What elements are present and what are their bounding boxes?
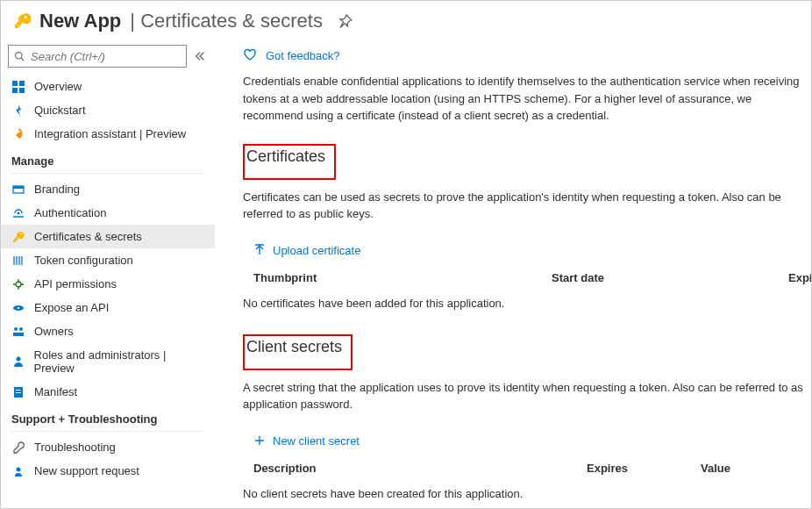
sidebar-item-integration-assistant[interactable]: Integration assistant | Preview: [1, 122, 215, 146]
sidebar-item-label: Expose an API: [34, 301, 109, 314]
quickstart-icon: [11, 104, 25, 117]
new-client-secret-label: New client secret: [273, 434, 360, 448]
sidebar-item-api-permissions[interactable]: API permissions: [1, 272, 215, 296]
divider: [11, 431, 204, 432]
sidebar-section-manage: Manage: [1, 146, 215, 171]
search-input[interactable]: [31, 50, 181, 63]
sidebar-item-roles-admins[interactable]: Roles and administrators | Preview: [1, 343, 215, 380]
svg-point-19: [17, 467, 21, 471]
token-icon: [11, 254, 25, 267]
heart-icon: [243, 48, 257, 62]
main-content: Got feedback? Credentials enable confide…: [218, 45, 811, 506]
sidebar-item-label: Integration assistant | Preview: [34, 127, 186, 140]
sidebar-item-label: Troubleshooting: [34, 441, 116, 454]
sidebar-item-manifest[interactable]: Manifest: [1, 380, 215, 404]
roles-icon: [11, 355, 25, 368]
plus-icon: [253, 434, 266, 447]
svg-rect-4: [12, 88, 18, 93]
svg-rect-3: [19, 81, 25, 86]
sidebar-item-authentication[interactable]: Authentication: [1, 201, 215, 225]
sidebar-item-label: Certificates & secrets: [34, 230, 142, 243]
search-icon: [14, 51, 25, 62]
key-icon: [11, 231, 25, 243]
intro-text: Credentials enable confidential applicat…: [243, 73, 811, 125]
sidebar-item-label: Roles and administrators | Preview: [34, 348, 204, 375]
new-client-secret-button[interactable]: New client secret: [243, 429, 811, 456]
svg-rect-5: [19, 88, 25, 93]
svg-point-0: [16, 52, 22, 58]
sidebar-item-overview[interactable]: Overview: [1, 75, 215, 98]
svg-point-9: [18, 211, 20, 214]
certificates-heading-highlight: Certificates: [243, 144, 336, 180]
certificates-table-header: Thumbprint Start date Expires: [243, 266, 811, 291]
pin-icon[interactable]: [338, 14, 353, 28]
rocket-icon: [11, 128, 25, 140]
branding-icon: [11, 183, 25, 196]
sidebar-item-quickstart[interactable]: Quickstart: [1, 98, 215, 122]
search-box[interactable]: [8, 45, 187, 68]
manifest-icon: [11, 386, 25, 398]
client-secrets-heading-highlight: Client secrets: [243, 334, 353, 370]
col-expires: Expires: [587, 462, 701, 475]
svg-point-12: [14, 327, 18, 331]
grid-icon: [11, 81, 25, 93]
key-icon: [13, 12, 31, 30]
certificates-desc: Certificates can be used as secrets to p…: [243, 189, 811, 223]
client-secrets-desc: A secret string that the application use…: [243, 379, 811, 413]
sidebar-item-label: Manifest: [34, 385, 77, 398]
svg-rect-2: [12, 81, 18, 86]
sidebar: Overview Quickstart Integration assistan…: [1, 45, 218, 506]
sidebar-item-label: Authentication: [34, 206, 106, 219]
upload-icon: [253, 244, 266, 256]
secrets-empty: No client secrets have been created for …: [243, 482, 811, 507]
col-start-date: Start date: [552, 271, 788, 284]
page-header: New App | Certificates & secrets: [1, 1, 811, 45]
certificates-heading: Certificates: [246, 147, 325, 166]
svg-point-10: [16, 282, 21, 287]
svg-line-1: [21, 58, 24, 61]
feedback-label: Got feedback?: [266, 49, 340, 62]
sidebar-item-new-support-request[interactable]: New support request: [1, 459, 215, 483]
certificates-empty: No certificates have been added for this…: [243, 291, 811, 334]
support-icon: [11, 465, 25, 477]
sidebar-item-label: Owners: [34, 325, 74, 338]
sidebar-item-label: Token configuration: [34, 254, 133, 267]
svg-point-6: [18, 131, 20, 133]
sidebar-section-support: Support + Troubleshooting: [1, 404, 215, 429]
owners-icon: [11, 326, 25, 338]
svg-point-15: [16, 357, 20, 362]
col-thumbprint: Thumbprint: [253, 271, 552, 284]
sidebar-item-label: API permissions: [34, 277, 117, 290]
svg-rect-17: [16, 390, 21, 391]
col-value: Value: [701, 462, 801, 475]
client-secrets-heading: Client secrets: [246, 338, 342, 356]
api-perm-icon: [11, 278, 25, 290]
expose-icon: [11, 302, 25, 314]
upload-certificate-button[interactable]: Upload certificate: [243, 239, 811, 266]
sidebar-item-branding[interactable]: Branding: [1, 177, 215, 201]
app-name: New App: [39, 10, 121, 32]
wrench-icon: [11, 441, 25, 454]
svg-rect-8: [13, 186, 24, 189]
sidebar-item-token-configuration[interactable]: Token configuration: [1, 248, 215, 272]
sidebar-item-owners[interactable]: Owners: [1, 319, 215, 343]
feedback-link[interactable]: Got feedback?: [243, 45, 811, 73]
sidebar-item-troubleshooting[interactable]: Troubleshooting: [1, 435, 215, 459]
page-title: | Certificates & secrets: [130, 10, 323, 32]
upload-certificate-label: Upload certificate: [273, 244, 360, 257]
sidebar-item-expose-api[interactable]: Expose an API: [1, 296, 215, 319]
svg-rect-18: [16, 392, 21, 393]
svg-rect-14: [13, 333, 24, 336]
col-description: Description: [253, 462, 587, 475]
col-expires: Expires: [788, 271, 811, 284]
sidebar-item-label: Overview: [34, 80, 82, 93]
sidebar-item-label: Branding: [34, 183, 80, 196]
secrets-table-header: Description Expires Value: [243, 456, 811, 482]
divider: [11, 173, 204, 174]
sidebar-item-label: Quickstart: [34, 104, 86, 117]
collapse-sidebar-icon[interactable]: [192, 48, 208, 64]
sidebar-item-label: New support request: [34, 464, 139, 477]
auth-icon: [11, 207, 25, 219]
svg-point-13: [19, 327, 23, 331]
sidebar-item-certificates-secrets[interactable]: Certificates & secrets: [1, 225, 215, 248]
